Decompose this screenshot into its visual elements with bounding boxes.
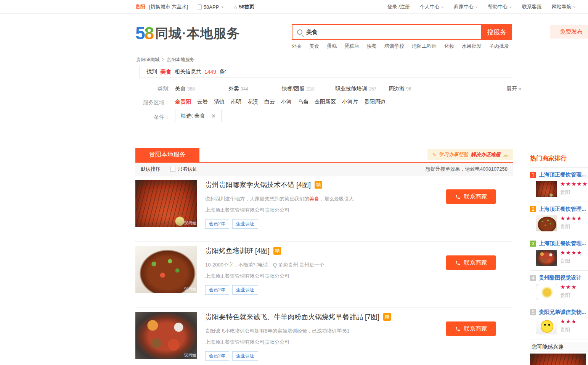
- pencil-icon: ✎: [432, 152, 437, 158]
- rank-badge: 5: [530, 309, 536, 315]
- category-link[interactable]: 快餐/团膳: [282, 86, 305, 92]
- search-input[interactable]: [306, 29, 474, 36]
- area-link[interactable]: 南明: [231, 99, 241, 105]
- contact-merchant-button[interactable]: 联系商家: [446, 321, 496, 336]
- interest-image[interactable]: 58同城: [530, 354, 586, 365]
- tab-row: 贵阳本地服务 ✎ 学习办事经验 解决办证难题 ☁: [135, 148, 513, 162]
- category-link[interactable]: 美食: [175, 86, 186, 92]
- verified-only-checkbox[interactable]: [170, 167, 175, 172]
- verified-badge[interactable]: 企业认证: [232, 219, 258, 229]
- merchant-thumbnail[interactable]: [536, 181, 557, 197]
- listing-thumbnail[interactable]: 58同城: [135, 246, 197, 293]
- star-rating: ★★★★: [560, 250, 582, 255]
- verified-badge[interactable]: 企业认证: [232, 351, 258, 361]
- hot-link[interactable]: 羊肉批发: [489, 43, 509, 50]
- company-name[interactable]: 上海顶正餐饮管理有限公司贵阳分公司: [205, 339, 442, 346]
- banner-text-right: 解决办证难题: [471, 151, 500, 158]
- listing-description: 说起四川这个地方，大家最先想到的就是我们的美食，那么最吸引人: [205, 195, 442, 202]
- verified-badge[interactable]: 企业认证: [232, 285, 258, 295]
- merchant-link[interactable]: 上海顶正餐饮管理...: [539, 206, 586, 213]
- area-link[interactable]: 花溪: [247, 99, 258, 105]
- member-badge[interactable]: 会员2年: [205, 219, 229, 229]
- promo-banner[interactable]: ✎ 学习办事经验 解决办证难题 ☁: [427, 149, 513, 160]
- category-link[interactable]: 职业技能培训: [335, 86, 367, 92]
- hot-link[interactable]: 化妆: [444, 43, 454, 50]
- hot-link[interactable]: 消防工程师: [412, 43, 437, 50]
- menu-personal-center[interactable]: 个人中心 ∨: [420, 3, 444, 10]
- current-city-link[interactable]: 贵阳: [135, 3, 145, 10]
- close-icon[interactable]: ✕: [211, 113, 216, 120]
- merchant-link[interactable]: 上海顶正餐饮管理...: [539, 240, 586, 247]
- area-link[interactable]: 金阳新区: [315, 99, 336, 105]
- category-link[interactable]: 外卖: [228, 86, 239, 92]
- merchant-link[interactable]: 上海顶正餐饮管理...: [539, 171, 586, 178]
- member-badge[interactable]: 会员2年: [205, 285, 229, 295]
- merchant-thumbnail[interactable]: [536, 318, 557, 334]
- app-label: 58APP: [204, 4, 219, 10]
- switch-city-link[interactable]: [切换城市 六盘水]: [149, 3, 188, 10]
- area-link[interactable]: 贵阳周边: [364, 99, 386, 105]
- category-row: 类别: 美食388 外卖344 快餐/团膳218 职业技能培训157 周边游96…: [139, 85, 513, 92]
- sort-default[interactable]: 默认排序: [141, 166, 161, 173]
- listing-title-link[interactable]: 贵阳烤鱼培训班 [4图]: [205, 246, 270, 255]
- chevron-down-icon: ∨: [441, 5, 444, 9]
- free-publish-button[interactable]: 免费发布: [550, 25, 588, 39]
- star-rating: ★★★: [560, 284, 577, 290]
- hot-link[interactable]: 美食: [309, 43, 319, 50]
- hot-link[interactable]: 蛋糕: [327, 43, 337, 50]
- listing-title-link[interactable]: 贵阳要特色就来诚飞、牛羊肉粉面火锅烧烤早餐甜品 [7图]: [205, 312, 379, 321]
- breadcrumb-home[interactable]: 贵阳58同城: [136, 57, 159, 62]
- login-register-link[interactable]: 登录 /注册: [387, 3, 410, 10]
- hot-link[interactable]: 外卖: [292, 43, 302, 50]
- menu-customer-service[interactable]: 联系客服: [522, 3, 542, 10]
- area-link[interactable]: 小河片: [342, 99, 358, 105]
- page: 贵阳 [切换城市 六盘水] 58APP ∨ ⌂ 58首页 登录 /注册 个人中心…: [0, 0, 588, 365]
- area-link[interactable]: 乌当: [298, 99, 308, 105]
- area-link[interactable]: 小河: [281, 99, 292, 105]
- company-name[interactable]: 上海顶正餐饮管理有限公司贵阳分公司: [205, 273, 442, 279]
- category-link[interactable]: 周边游: [389, 86, 405, 92]
- menu-site-nav[interactable]: 网站导航 ∨: [552, 3, 576, 10]
- merchant-thumbnail[interactable]: [536, 215, 557, 231]
- phone-icon: [455, 260, 461, 266]
- listing-thumbnail[interactable]: 58同城: [135, 312, 197, 359]
- app-menu[interactable]: 58APP ∨: [198, 4, 224, 10]
- breadcrumb-current[interactable]: 贵阳本地服务: [167, 57, 194, 62]
- member-badge[interactable]: 会员2年: [205, 351, 229, 361]
- condition-label: 条件：: [139, 112, 170, 121]
- listing-content: 贵州贵阳哪家学火锅技术不错 [4图] 精 说起四川这个地方，大家最先想到的就是我…: [205, 180, 442, 229]
- area-link-active[interactable]: 全贵阳: [175, 99, 191, 105]
- area-link[interactable]: 清镇: [214, 99, 225, 105]
- menu-merchant-center[interactable]: 商家中心 ∨: [454, 3, 478, 10]
- search-button[interactable]: 搜服务: [482, 24, 512, 40]
- hot-link[interactable]: 蛋糕店: [344, 43, 359, 50]
- merchant-link[interactable]: 贵阳兄弟诚信货物...: [539, 309, 586, 316]
- site-logo[interactable]: 58同城·本地服务: [135, 23, 240, 44]
- contact-merchant-button[interactable]: 联系商家: [446, 189, 496, 204]
- company-name[interactable]: 上海顶正餐饮管理有限公司贵阳分公司: [205, 207, 442, 213]
- hot-link[interactable]: 快餐: [367, 43, 377, 50]
- area-link[interactable]: 云岩: [197, 99, 208, 105]
- listing-title-link[interactable]: 贵州贵阳哪家学火锅技术不错 [4图]: [205, 180, 311, 189]
- listing-item: 58同城 贵阳烤鱼培训班 [4图] 精 10-2000个字，不能填写电话、Q 多…: [135, 242, 513, 308]
- filter-chip-label: 筛选: 美食: [181, 113, 205, 120]
- expand-button[interactable]: 展开 «: [506, 86, 521, 92]
- tab-local-services[interactable]: 贵阳本地服务: [135, 148, 199, 162]
- promo-phone-text: 想提升接单效果，请致电4008107258: [426, 166, 508, 173]
- hot-link[interactable]: 培训学校: [384, 43, 404, 50]
- listing-section: 贵阳本地服务 ✎ 学习办事经验 解决办证难题 ☁ 默认排序 只看认证 想提升接单…: [135, 148, 513, 365]
- chevron-down-icon: ∨: [475, 5, 478, 9]
- merchant-thumbnail[interactable]: [536, 250, 557, 266]
- star-rating: ★★★: [560, 318, 577, 324]
- home-link[interactable]: ⌂ 58首页: [234, 3, 255, 10]
- listing-thumbnail[interactable]: 58同城: [135, 180, 197, 227]
- merchant-thumbnail[interactable]: [536, 284, 557, 300]
- verified-only-label[interactable]: 只看认证: [178, 166, 198, 173]
- menu-help-center[interactable]: 帮助中心 ∨: [488, 3, 512, 10]
- menu-label: 联系客服: [522, 3, 542, 10]
- contact-merchant-button[interactable]: 联系商家: [446, 255, 496, 270]
- banner-text-left: 学习办事经验: [439, 151, 468, 158]
- hot-link[interactable]: 水果批发: [462, 43, 482, 50]
- area-link[interactable]: 白云: [264, 99, 275, 105]
- merchant-link[interactable]: 贵州酷图视觉设计: [539, 275, 582, 281]
